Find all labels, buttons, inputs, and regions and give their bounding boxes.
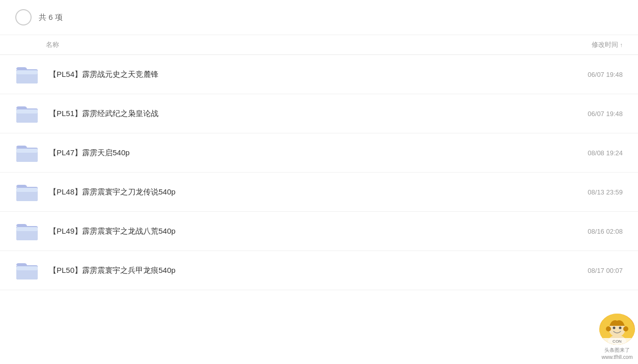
col-name-header: 名称	[15, 40, 592, 49]
watermark-site-text: 头条图来了 www.tfhll.com	[601, 347, 632, 361]
table-row[interactable]: 【PL47】霹雳天启540p08/08 19:24	[0, 133, 638, 173]
watermark-avatar: CON	[599, 314, 635, 345]
watermark-badge-text: CON	[599, 338, 635, 345]
table-row[interactable]: 【PL48】霹雳震寰宇之刀龙传说540p08/13 23:59	[0, 173, 638, 212]
watermark: CON 头条图来了 www.tfhll.com	[596, 314, 638, 364]
col-time-header[interactable]: 修改时间 ↑	[592, 40, 623, 49]
folder-icon	[15, 103, 39, 124]
svg-rect-11	[16, 188, 38, 192]
folder-icon	[15, 143, 39, 163]
file-name-label: 【PL48】霹雳震寰宇之刀龙传说540p	[49, 187, 588, 197]
folder-icon	[15, 221, 39, 241]
table-row[interactable]: 【PL49】霹雳震寰宇之龙战八荒540p08/16 02:08	[0, 212, 638, 251]
svg-rect-8	[16, 149, 38, 153]
svg-point-22	[619, 327, 622, 329]
file-time-label: 06/07 19:48	[588, 110, 623, 118]
file-name-label: 【PL47】霹雳天启540p	[49, 148, 588, 158]
sort-arrow-icon: ↑	[620, 42, 623, 48]
svg-point-19	[608, 335, 626, 345]
file-name-label: 【PL54】霹雳战元史之天竞麓锋	[49, 70, 588, 79]
select-all-checkbox[interactable]	[15, 9, 32, 25]
folder-icon	[15, 182, 39, 202]
table-row[interactable]: 【PL51】霹雳经武纪之枭皇论战06/07 19:48	[0, 94, 638, 133]
folder-icon	[15, 64, 39, 85]
file-time-label: 06/07 19:48	[588, 71, 623, 78]
svg-rect-17	[16, 266, 38, 270]
total-count-label: 共 6 项	[39, 13, 63, 22]
table-header: 名称 修改时间 ↑	[0, 35, 638, 55]
file-list: 【PL54】霹雳战元史之天竞麓锋06/07 19:48 【PL51】霹雳经武纪之…	[0, 55, 638, 290]
file-time-label: 08/13 23:59	[588, 188, 623, 196]
file-time-label: 08/17 00:07	[588, 267, 623, 274]
header-bar: 共 6 项	[0, 0, 638, 35]
file-time-label: 08/16 02:08	[588, 228, 623, 235]
file-name-label: 【PL49】霹雳震寰宇之龙战八荒540p	[49, 227, 588, 236]
svg-point-23	[606, 326, 611, 331]
file-name-label: 【PL51】霹雳经武纪之枭皇论战	[49, 109, 588, 119]
table-row[interactable]: 【PL54】霹雳战元史之天竞麓锋06/07 19:48	[0, 55, 638, 94]
svg-point-24	[623, 326, 628, 331]
svg-point-21	[613, 327, 616, 329]
folder-icon	[15, 260, 39, 281]
svg-point-18	[599, 314, 635, 345]
svg-rect-5	[16, 109, 38, 114]
svg-point-20	[609, 321, 625, 337]
file-name-label: 【PL50】霹雳震寰宇之兵甲龙痕540p	[49, 266, 588, 275]
table-row[interactable]: 【PL50】霹雳震寰宇之兵甲龙痕540p08/17 00:07	[0, 251, 638, 290]
svg-rect-2	[16, 70, 38, 74]
file-time-label: 08/08 19:24	[588, 149, 623, 157]
svg-rect-14	[16, 227, 38, 231]
